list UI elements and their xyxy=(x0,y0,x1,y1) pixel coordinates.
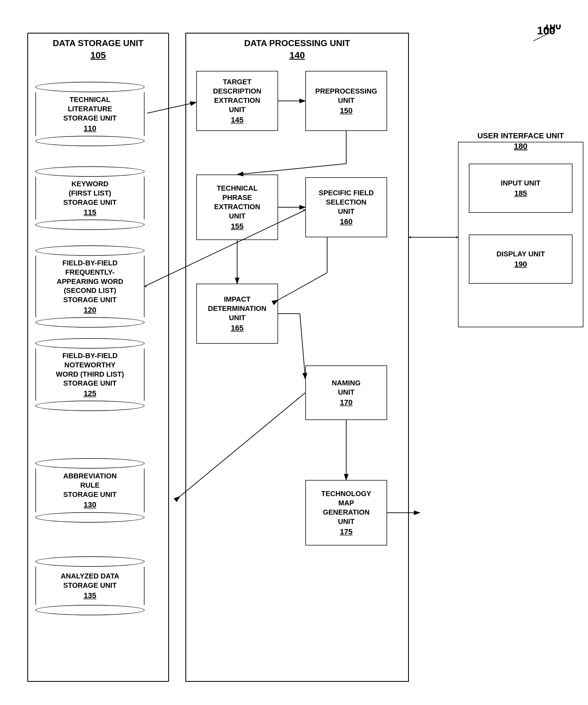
unit-190-ref: 190 xyxy=(514,260,527,269)
unit-170-label: NAMINGUNIT xyxy=(332,379,360,397)
unit-115-ref: 115 xyxy=(84,208,97,217)
box-190: DISPLAY UNIT 190 xyxy=(469,235,573,284)
unit-175-ref: 175 xyxy=(340,527,353,536)
unit-175-label: TECHNOLOGYMAPGENERATIONUNIT xyxy=(321,489,371,526)
unit-125-ref: 125 xyxy=(84,389,97,398)
unit-130-label: ABBREVIATIONRULESTORAGE UNIT xyxy=(63,472,117,499)
unit-155-ref: 155 xyxy=(231,222,244,231)
cylinder-125: FIELD-BY-FIELDNOTEWORTHYWORD (THIRD LIST… xyxy=(36,338,144,411)
unit-155-label: TECHNICALPHRASEEXTRACTIONUNIT xyxy=(214,184,260,221)
cylinder-110: TECHNICALLITERATURESTORAGE UNIT 110 xyxy=(36,82,144,146)
user-interface-title: USER INTERFACE UNIT 180 xyxy=(458,131,583,152)
data-storage-title: DATA STORAGE UNIT 105 xyxy=(27,38,169,61)
cylinder-115: KEYWORD(FIRST LIST)STORAGE UNIT 115 xyxy=(36,167,144,230)
unit-170-ref: 170 xyxy=(340,398,353,407)
svg-marker-22 xyxy=(456,236,458,238)
data-storage-ref: 105 xyxy=(91,50,106,60)
unit-125-label: FIELD-BY-FIELDNOTEWORTHYWORD (THIRD LIST… xyxy=(56,351,124,388)
box-145: TARGETDESCRIPTIONEXTRACTIONUNIT 145 xyxy=(196,71,278,131)
data-processing-title: DATA PROCESSING UNIT 140 xyxy=(185,38,409,61)
unit-160-label: SPECIFIC FIELDSELECTIONUNIT xyxy=(319,188,374,216)
svg-text:100: 100 xyxy=(544,25,561,32)
unit-145-ref: 145 xyxy=(231,115,244,124)
data-processing-ref: 140 xyxy=(290,50,305,60)
unit-185-label: INPUT UNIT xyxy=(501,179,541,188)
unit-120-ref: 120 xyxy=(84,306,97,315)
unit-190-label: DISPLAY UNIT xyxy=(496,249,545,259)
unit-165-label: IMPACTDETERMINATIONUNIT xyxy=(208,295,266,322)
svg-line-0 xyxy=(534,30,555,41)
cylinder-120: FIELD-BY-FIELDFREQUENTLY-APPEARING WORD(… xyxy=(36,245,144,328)
box-160: SPECIFIC FIELDSELECTIONUNIT 160 xyxy=(305,177,387,237)
unit-115-label: KEYWORD(FIRST LIST)STORAGE UNIT xyxy=(63,180,117,207)
box-165: IMPACTDETERMINATIONUNIT 165 xyxy=(196,284,278,344)
unit-165-ref: 165 xyxy=(231,324,244,332)
unit-185-ref: 185 xyxy=(514,189,527,198)
unit-145-label: TARGETDESCRIPTIONEXTRACTIONUNIT xyxy=(213,78,261,114)
cylinder-130: ABBREVIATIONRULESTORAGE UNIT 130 xyxy=(36,458,144,523)
box-185: INPUT UNIT 185 xyxy=(469,163,573,213)
ref-arrow: 100 xyxy=(528,25,561,46)
unit-135-label: ANALYZED DATASTORAGE UNIT xyxy=(61,572,119,590)
user-interface-ref: 180 xyxy=(514,142,528,150)
unit-160-ref: 160 xyxy=(340,217,353,226)
unit-135-ref: 135 xyxy=(84,591,97,600)
unit-120-label: FIELD-BY-FIELDFREQUENTLY-APPEARING WORD(… xyxy=(57,258,123,304)
cylinder-135: ANALYZED DATASTORAGE UNIT 135 xyxy=(36,556,144,615)
box-155: TECHNICALPHRASEEXTRACTIONUNIT 155 xyxy=(196,175,278,240)
box-175: TECHNOLOGYMAPGENERATIONUNIT 175 xyxy=(305,480,387,546)
box-150: PREPROCESSINGUNIT 150 xyxy=(305,71,387,131)
svg-marker-21 xyxy=(409,236,411,238)
unit-130-ref: 130 xyxy=(84,501,97,509)
diagram-container: 100 100 DATA STORAGE UNIT 105 TECHNICALL… xyxy=(11,11,577,694)
unit-150-label: PREPROCESSINGUNIT xyxy=(315,87,377,105)
unit-110-label: TECHNICALLITERATURESTORAGE UNIT xyxy=(63,95,117,123)
box-170: NAMINGUNIT 170 xyxy=(305,366,387,420)
unit-150-ref: 150 xyxy=(340,106,353,115)
unit-110-ref: 110 xyxy=(84,124,97,133)
